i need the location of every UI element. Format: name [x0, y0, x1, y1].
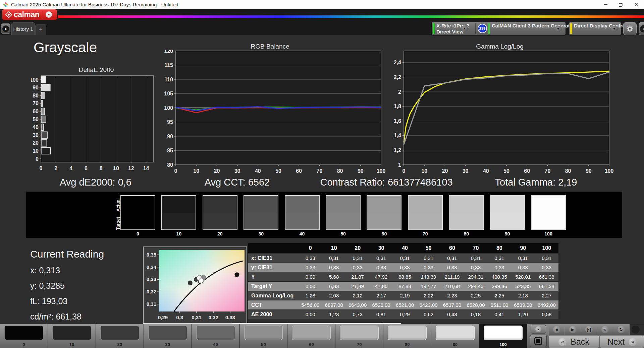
- table-cell: 6,83: [322, 282, 345, 291]
- table-cell: 0,33: [488, 263, 511, 272]
- pattern-level-label: 80: [383, 342, 431, 347]
- table-row-label: CCT: [248, 300, 299, 309]
- table-cell: 0,31: [417, 254, 440, 263]
- table-cell: 294,45: [464, 282, 487, 291]
- table-cell: 0,33: [535, 263, 558, 272]
- panel-expand-button[interactable]: ▲: [531, 325, 546, 334]
- svg-text:10: 10: [113, 165, 119, 171]
- svg-text:100: 100: [31, 77, 39, 83]
- grayscale-swatch-strip: Actual Target 0102030405060708090100: [26, 192, 622, 238]
- pattern-level-swatch: [340, 326, 379, 340]
- display-control-status-indicator: [570, 23, 572, 34]
- close-button[interactable]: ×: [629, 0, 644, 9]
- play-button[interactable]: ▶: [565, 324, 581, 335]
- swatch-box: [161, 195, 196, 230]
- svg-text:1,4: 1,4: [394, 133, 401, 138]
- table-cell: 6539,00: [511, 300, 535, 309]
- rgb-chart-svg: 1201151101051009590858001020304050607080…: [153, 50, 387, 176]
- pattern-level-label: 70: [335, 342, 383, 347]
- target-swatch: [121, 213, 155, 229]
- table-cell: 294,31: [464, 272, 487, 281]
- pattern-level-button-60[interactable]: 60: [287, 324, 335, 348]
- next-button[interactable]: Next »: [600, 336, 644, 348]
- target-swatch: [244, 213, 278, 229]
- svg-text:20: 20: [33, 140, 39, 146]
- calman-menu-button[interactable]: calman ▼: [2, 9, 57, 20]
- refresh-button[interactable]: ↻: [613, 324, 629, 335]
- table-row: x: CIE310,330,310,310,310,310,310,310,31…: [248, 254, 558, 263]
- pattern-level-label: 100: [479, 342, 527, 347]
- pattern-level-button-70[interactable]: 70: [335, 324, 383, 348]
- actual-swatch: [491, 196, 524, 213]
- pattern-level-button-20[interactable]: 20: [96, 324, 144, 348]
- app-header: calman ▼ ▶ History 1 + X-Rite i1Pro 2 Di…: [0, 9, 644, 35]
- add-tab-button[interactable]: +: [35, 24, 46, 35]
- table-cell: 5456,00: [299, 300, 322, 309]
- cie-chromaticity-chart: 0,290,30,310,320,330,350,340,330,320,31: [143, 247, 247, 324]
- table-cell: 0,31: [393, 254, 417, 263]
- swatch-box: [490, 195, 525, 230]
- collapse-toolbar-button[interactable]: ◀: [639, 22, 644, 35]
- pattern-generator-dropdown[interactable]: CalMAN Client 3 Pattern Generator ▼: [487, 22, 566, 35]
- continuous-read-button[interactable]: ∞: [597, 324, 613, 335]
- target-swatch: [326, 213, 360, 229]
- svg-text:0,33: 0,33: [225, 315, 235, 320]
- table-cell: 0,31: [464, 254, 487, 263]
- restore-button[interactable]: [613, 0, 629, 9]
- pattern-level-button-30[interactable]: 30: [144, 324, 192, 348]
- tab-history-1[interactable]: History 1: [11, 22, 35, 35]
- table-column-header: 40: [393, 243, 417, 253]
- swatch-level-label: 50: [326, 231, 361, 236]
- back-button[interactable]: « Back: [549, 336, 599, 348]
- table-cell: 143,39: [417, 272, 440, 281]
- svg-text:0,33: 0,33: [147, 276, 156, 282]
- pattern-level-button-100[interactable]: 100: [479, 324, 527, 348]
- table-cell: 0,33: [511, 263, 535, 272]
- pattern-level-button-90[interactable]: 90: [431, 324, 479, 348]
- svg-text:95: 95: [167, 119, 173, 125]
- svg-text:0,31: 0,31: [147, 301, 156, 307]
- meter-dropdown[interactable]: X-Rite i1Pro 2 Direct View ▼ 239: [432, 22, 489, 35]
- table-cell: 6526,00: [369, 300, 393, 309]
- settings-button[interactable]: [623, 22, 637, 35]
- pattern-window-toggle-button[interactable]: [530, 335, 547, 347]
- minimize-button[interactable]: [598, 0, 613, 9]
- minimize-icon: [604, 4, 607, 5]
- pattern-level-label: 60: [287, 342, 335, 347]
- pattern-level-button-10[interactable]: 10: [48, 324, 96, 348]
- actual-swatch: [203, 196, 237, 213]
- pattern-level-button-80[interactable]: 80: [383, 324, 431, 348]
- swatch-level-label: 100: [531, 231, 566, 236]
- swatch-level-label: 60: [367, 231, 401, 236]
- table-header-row: 0102030405060708090100: [248, 243, 558, 254]
- pattern-level-swatch: [148, 326, 187, 340]
- pattern-size-button[interactable]: [·]: [581, 324, 597, 335]
- swatch-box: [203, 195, 237, 230]
- window-title: Calman 2025 Calman Ultimate for Business…: [11, 2, 178, 7]
- tab-scroll-button[interactable]: ▶: [1, 23, 10, 34]
- table-cell: 0,00: [299, 310, 322, 319]
- stop-button[interactable]: ■: [549, 324, 565, 335]
- table-cell: 0,33: [322, 263, 345, 272]
- cie-chart-svg: 0,290,30,310,320,330,350,340,330,320,31: [144, 247, 247, 323]
- svg-text:70: 70: [545, 168, 551, 174]
- pattern-level-button-40[interactable]: 40: [192, 324, 239, 348]
- target-swatch: [367, 213, 401, 229]
- svg-text:90: 90: [586, 168, 592, 174]
- table-cell: 6528,00: [464, 300, 487, 309]
- svg-text:40: 40: [255, 168, 261, 174]
- table-cell: 211,19: [440, 272, 464, 281]
- svg-text:10: 10: [421, 168, 427, 174]
- dimmed-circle-icon: [632, 326, 640, 334]
- display-control-dropdown[interactable]: Direct Display Control ▼: [569, 22, 621, 35]
- play-icon: ▶: [569, 326, 577, 333]
- pattern-level-button-0[interactable]: 0: [0, 324, 48, 348]
- svg-text:30: 30: [463, 168, 469, 174]
- page-title: Grayscale: [34, 40, 97, 56]
- refresh-icon: ↻: [618, 326, 625, 333]
- current-reading-title: Current Reading: [30, 249, 104, 260]
- pattern-level-button-50[interactable]: 50: [240, 324, 287, 348]
- table-cell: 523,35: [511, 282, 535, 291]
- swatch-level-label: 20: [203, 231, 237, 236]
- table-row-label: x: CIE31: [248, 254, 299, 263]
